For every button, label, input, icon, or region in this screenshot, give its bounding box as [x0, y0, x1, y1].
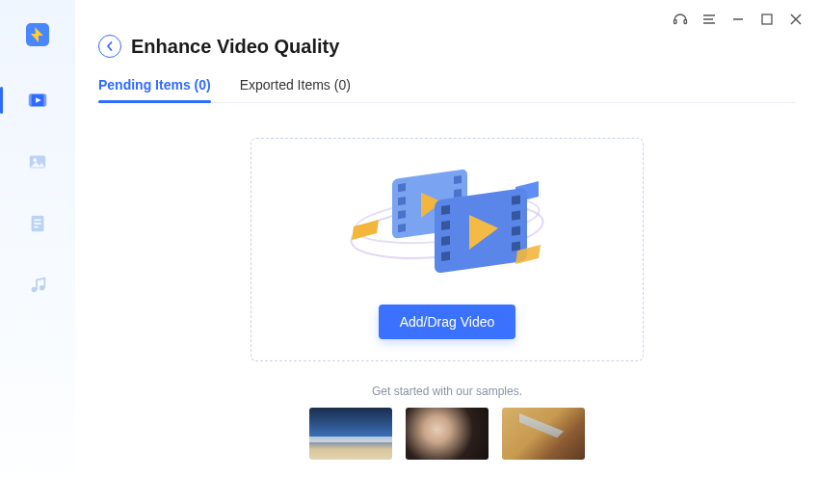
sample-item-beach[interactable]	[309, 408, 392, 460]
menu-lines-icon[interactable]	[701, 12, 717, 27]
svg-rect-8	[34, 219, 40, 221]
svg-rect-27	[398, 210, 406, 219]
sidebar	[0, 0, 75, 504]
samples-caption: Get started with our samples.	[98, 385, 796, 398]
add-video-button[interactable]: Add/Drag Video	[379, 305, 516, 339]
svg-rect-26	[398, 197, 406, 205]
back-button[interactable]	[98, 35, 121, 58]
svg-rect-2	[29, 94, 32, 107]
support-headset-icon[interactable]	[673, 12, 688, 27]
svg-rect-37	[441, 236, 450, 246]
sidebar-item-image[interactable]	[14, 145, 61, 179]
dropzone[interactable]: Add/Drag Video	[251, 138, 644, 361]
window-maximize-icon[interactable]	[759, 12, 775, 27]
svg-rect-10	[34, 226, 39, 228]
window-controls	[673, 12, 804, 27]
app-window: Enhance Video Quality Pending Items (0) …	[0, 0, 819, 504]
tab-exported[interactable]: Exported Items (0)	[240, 77, 351, 102]
samples-row	[98, 408, 796, 460]
svg-rect-41	[512, 225, 520, 235]
svg-rect-13	[674, 20, 677, 24]
main-panel: Enhance Video Quality Pending Items (0) …	[75, 0, 819, 504]
svg-rect-35	[441, 205, 450, 215]
page-header: Enhance Video Quality	[98, 35, 796, 58]
svg-rect-36	[441, 221, 450, 230]
svg-rect-39	[512, 195, 520, 204]
svg-rect-29	[454, 175, 462, 184]
svg-rect-25	[398, 183, 406, 192]
window-minimize-icon[interactable]	[730, 12, 746, 27]
sidebar-item-document[interactable]	[14, 206, 61, 241]
sidebar-item-audio[interactable]	[14, 268, 61, 303]
window-close-icon[interactable]	[788, 12, 804, 27]
sample-item-portrait[interactable]	[406, 408, 489, 460]
svg-rect-28	[398, 224, 406, 232]
sample-item-cutting[interactable]	[502, 408, 585, 460]
svg-rect-19	[762, 14, 772, 24]
svg-rect-3	[43, 94, 46, 107]
svg-rect-14	[684, 20, 687, 24]
app-logo-icon	[24, 21, 51, 48]
video-illustration-icon	[336, 145, 558, 299]
page-title: Enhance Video Quality	[131, 36, 339, 58]
svg-rect-9	[34, 223, 40, 225]
tabs: Pending Items (0) Exported Items (0)	[98, 77, 796, 103]
svg-rect-40	[512, 210, 520, 220]
sidebar-item-video[interactable]	[14, 83, 61, 118]
svg-rect-38	[441, 252, 450, 261]
tab-pending[interactable]: Pending Items (0)	[98, 77, 211, 102]
chevron-left-icon	[104, 40, 116, 52]
svg-rect-30	[454, 189, 462, 198]
svg-point-6	[33, 158, 37, 162]
svg-rect-42	[512, 241, 520, 251]
sidebar-nav	[0, 83, 75, 303]
